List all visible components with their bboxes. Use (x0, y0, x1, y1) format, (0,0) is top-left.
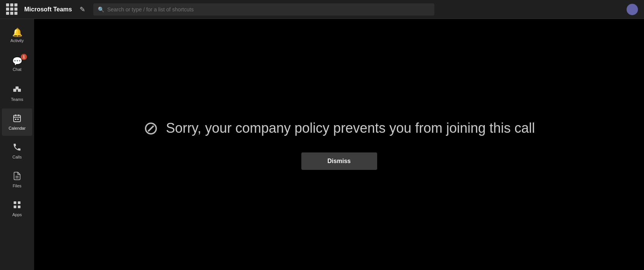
sidebar-item-label-files: Files (13, 184, 21, 188)
error-text: Sorry, your company policy prevents you … (166, 120, 535, 136)
svg-rect-13 (14, 206, 16, 208)
sidebar: 🔔 Activity 💬 Chat 1 Teams (0, 19, 34, 270)
sidebar-item-label-calls: Calls (13, 155, 22, 159)
sidebar-item-teams[interactable]: Teams (2, 80, 32, 107)
ban-icon: ⊘ (143, 119, 158, 137)
compose-icon[interactable]: ✎ (78, 5, 87, 14)
dismiss-button[interactable]: Dismiss (301, 152, 377, 170)
svg-rect-2 (16, 86, 19, 89)
sidebar-item-label-apps: Apps (12, 212, 22, 217)
chat-icon: 💬 (12, 57, 22, 66)
svg-rect-8 (17, 119, 19, 120)
top-bar: Microsoft Teams ✎ 🔍 (0, 0, 644, 19)
sidebar-item-chat[interactable]: 💬 Chat 1 (2, 51, 32, 78)
files-icon (13, 171, 22, 182)
error-message: ⊘ Sorry, your company policy prevents yo… (143, 119, 535, 137)
sidebar-item-label-activity: Activity (11, 38, 24, 43)
sidebar-item-activity[interactable]: 🔔 Activity (2, 22, 32, 49)
avatar[interactable] (627, 4, 638, 15)
sidebar-item-files[interactable]: Files (2, 166, 32, 193)
content-area: ⊘ Sorry, your company policy prevents yo… (34, 19, 644, 270)
search-bar[interactable]: 🔍 (93, 3, 434, 16)
sidebar-item-calls[interactable]: Calls (2, 137, 32, 165)
apps-icon (13, 200, 22, 211)
main-area: 🔔 Activity 💬 Chat 1 Teams (0, 19, 644, 270)
sidebar-item-calendar[interactable]: Calendar (2, 108, 32, 136)
svg-rect-14 (18, 206, 20, 208)
sidebar-item-label-calendar: Calendar (9, 126, 26, 130)
svg-rect-7 (15, 119, 16, 120)
teams-icon (13, 85, 22, 96)
search-input[interactable] (107, 6, 430, 13)
sidebar-item-label-chat: Chat (13, 67, 21, 72)
chat-badge: 1 (21, 54, 27, 60)
activity-icon: 🔔 (12, 28, 22, 37)
search-icon: 🔍 (98, 6, 104, 13)
calendar-icon (13, 114, 22, 124)
svg-rect-3 (14, 115, 20, 122)
app-title: Microsoft Teams (24, 6, 72, 13)
svg-rect-12 (18, 201, 20, 204)
svg-rect-11 (14, 201, 16, 204)
sidebar-item-apps[interactable]: Apps (2, 195, 32, 222)
calls-icon (13, 143, 22, 153)
sidebar-item-label-teams: Teams (11, 97, 23, 102)
app-grid-icon[interactable] (6, 3, 18, 16)
